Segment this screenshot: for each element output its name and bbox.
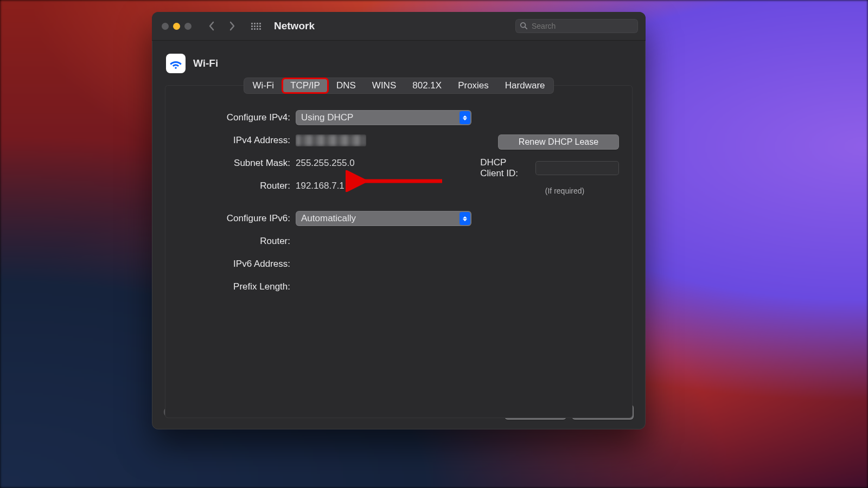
- ipv6-router-label: Router:: [178, 236, 296, 247]
- search-input[interactable]: [531, 21, 634, 31]
- zoom-window-button[interactable]: [184, 23, 192, 30]
- tab-wins[interactable]: WINS: [365, 79, 404, 93]
- select-stepper-icon: [459, 212, 470, 225]
- svg-line-1: [525, 27, 527, 29]
- tab-segmented-control: Wi-Fi TCP/IP DNS WINS 802.1X Proxies Har…: [244, 78, 553, 94]
- wifi-icon: [166, 54, 186, 73]
- configure-ipv4-label: Configure IPv4:: [178, 112, 296, 123]
- select-stepper-icon: [459, 111, 470, 124]
- search-field[interactable]: [515, 19, 638, 33]
- show-all-prefs-button[interactable]: [248, 18, 264, 34]
- tab-dns[interactable]: DNS: [329, 79, 363, 93]
- configure-ipv4-select[interactable]: Using DHCP: [296, 110, 471, 125]
- ipv4-address-label: IPv4 Address:: [178, 135, 296, 146]
- service-header: Wi-Fi: [166, 54, 633, 73]
- subnet-mask-value: 255.255.255.0: [296, 158, 355, 169]
- tab-tcpip[interactable]: TCP/IP: [283, 79, 328, 93]
- configure-ipv6-select[interactable]: Automatically: [296, 211, 471, 226]
- nav-back-button[interactable]: [203, 18, 220, 34]
- ipv4-router-label: Router:: [178, 181, 296, 191]
- search-icon: [520, 22, 527, 31]
- window-toolbar: Network: [152, 12, 646, 41]
- tcpip-panel: Renew DHCP Lease DHCP Client ID: (If req…: [165, 85, 633, 418]
- preferences-body: Wi-Fi Wi-Fi TCP/IP DNS WINS 802.1X Proxi…: [152, 41, 646, 418]
- configure-ipv6-label: Configure IPv6:: [178, 213, 296, 224]
- minimize-window-button[interactable]: [173, 23, 180, 30]
- tab-hardware[interactable]: Hardware: [497, 79, 553, 93]
- renew-dhcp-button[interactable]: Renew DHCP Lease: [498, 134, 619, 150]
- traffic-lights: [162, 23, 192, 30]
- dhcp-client-id-input[interactable]: [535, 161, 619, 175]
- tab-8021x[interactable]: 802.1X: [405, 79, 449, 93]
- nav-forward-button[interactable]: [224, 18, 240, 34]
- ipv6-address-label: IPv6 Address:: [178, 259, 296, 269]
- grid-icon: [251, 23, 261, 30]
- ipv6-prefix-length-label: Prefix Length:: [178, 281, 296, 292]
- configure-ipv6-value: Automatically: [301, 213, 356, 224]
- tab-proxies[interactable]: Proxies: [450, 79, 496, 93]
- service-title: Wi-Fi: [193, 57, 218, 69]
- tab-bar: Wi-Fi TCP/IP DNS WINS 802.1X Proxies Har…: [165, 78, 633, 94]
- subnet-mask-label: Subnet Mask:: [178, 158, 296, 169]
- network-preferences-window: Network Wi-Fi Wi-Fi TCP/IP DNS WINS 802.…: [152, 12, 646, 429]
- dhcp-client-id-label: DHCP Client ID:: [480, 157, 531, 179]
- window-title: Network: [274, 20, 315, 32]
- configure-ipv4-value: Using DHCP: [301, 112, 353, 123]
- close-window-button[interactable]: [162, 23, 169, 30]
- ipv4-router-value: 192.168.7.1: [296, 181, 344, 191]
- ipv4-address-value-redacted: [296, 134, 366, 146]
- tab-wifi[interactable]: Wi-Fi: [245, 79, 282, 93]
